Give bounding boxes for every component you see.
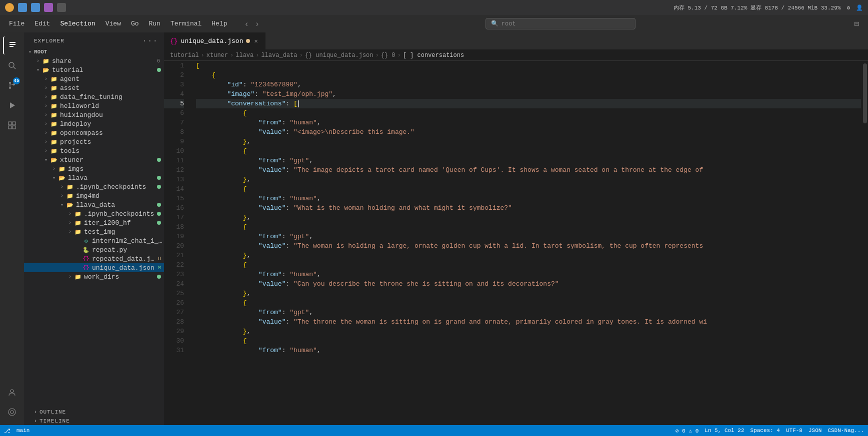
breadcrumb-xtuner[interactable]: xtuner — [206, 52, 228, 59]
tree-helloworld[interactable]: 📁 helloworld — [24, 101, 164, 110]
tree-iter-1200-hf[interactable]: 📁 iter_1200_hf — [24, 218, 164, 227]
tree-repeated-data[interactable]: {} repeated_data.json U — [24, 254, 164, 263]
nav-forward-button[interactable]: › — [253, 18, 262, 29]
activitybar: 45 — [0, 32, 24, 425]
app-icon-git[interactable] — [31, 3, 40, 12]
unique-badge: M — [158, 265, 161, 271]
run-debug-icon[interactable] — [3, 96, 21, 114]
status-errors[interactable]: ⊘ 0 ⚠ 0 — [676, 428, 698, 434]
line-num-9: 9 — [164, 137, 184, 146]
tree-ipynb-checkpoints[interactable]: 📁 .ipynb_checkpoints — [24, 182, 164, 191]
outline-arrow: › — [34, 410, 38, 415]
ipynb2-folder-icon: 📁 — [74, 210, 82, 218]
work-dirs-label: work_dirs — [84, 273, 157, 281]
breadcrumb-file[interactable]: {} unique_data.json — [305, 52, 374, 59]
menu-file[interactable]: File — [4, 18, 30, 29]
menu-terminal[interactable]: Terminal — [166, 18, 206, 29]
app-icon-blue[interactable] — [18, 3, 27, 12]
menu-go[interactable]: Go — [126, 18, 144, 29]
status-notification[interactable]: CSDN·Nag... — [828, 428, 864, 434]
breadcrumb-obj[interactable]: {} 0 — [381, 52, 396, 59]
svg-marker-8 — [10, 102, 15, 108]
breadcrumb-conversations[interactable]: [ ] conversations — [403, 52, 464, 59]
statusbar: ⎇ main ⊘ 0 ⚠ 0 Ln 5, Col 22 Spaces: 4 UT… — [0, 425, 868, 436]
explorer-icon[interactable] — [3, 36, 21, 54]
menu-view[interactable]: View — [100, 18, 126, 29]
scrollbar-thumb[interactable] — [863, 63, 867, 123]
nav-back-button[interactable]: ‹ — [242, 18, 251, 29]
tree-asset[interactable]: 📁 asset — [24, 83, 164, 92]
line-num-28: 28 — [164, 317, 184, 327]
user-icon[interactable]: 👤 — [856, 4, 863, 11]
layout-icon[interactable]: ⊟ — [854, 19, 859, 29]
menu-run[interactable]: Run — [144, 18, 165, 29]
tree-share[interactable]: 📁 share 6 — [24, 56, 164, 65]
tab-unique-data[interactable]: {} unique_data.json ✕ — [164, 32, 266, 49]
tree-internlm2-chat[interactable]: ⚙ internlm2_chat_1_8b_llava_tutorial_foo… — [24, 236, 164, 245]
tree-root[interactable]: ROOT — [24, 47, 164, 56]
menu-selection[interactable]: Selection — [55, 18, 100, 29]
tree-tutorial[interactable]: 📂 tutorial — [24, 65, 164, 74]
source-control-icon[interactable]: 45 — [3, 76, 21, 94]
app-icon-play[interactable] — [57, 3, 66, 12]
extensions-icon[interactable] — [3, 116, 21, 134]
tree-xtuner[interactable]: 📂 xtuner — [24, 155, 164, 164]
settings-icon[interactable]: ⚙ — [846, 4, 850, 11]
search-activity-icon[interactable] — [3, 56, 21, 74]
tree-lmdeploy[interactable]: 📁 lmdeploy — [24, 119, 164, 128]
timeline-section[interactable]: › TIMELINE — [24, 416, 164, 425]
tree-projects[interactable]: 📁 projects — [24, 137, 164, 146]
breadcrumb-tutorial[interactable]: tutorial — [170, 52, 199, 59]
tree-unique-data[interactable]: {} unique_data.json M — [24, 263, 164, 272]
tree-ipynb-checkpoints2[interactable]: 📁 .ipynb_checkpoints — [24, 209, 164, 218]
oc-label: opencompass — [60, 129, 164, 137]
tree-test-img[interactable]: 📁 test_img — [24, 227, 164, 236]
ipynb1-dot — [157, 185, 161, 189]
tutorial-arrow — [34, 66, 42, 74]
account-icon[interactable] — [3, 383, 21, 401]
tree-huixiangdou[interactable]: 📁 huixiangdou — [24, 110, 164, 119]
work-dirs-arrow — [66, 273, 74, 281]
tree-work-dirs[interactable]: 📁 work_dirs — [24, 272, 164, 281]
status-ln-col[interactable]: Ln 5, Col 22 — [704, 428, 744, 434]
menu-edit[interactable]: Edit — [30, 18, 55, 29]
tree-imgs[interactable]: 📁 imgs — [24, 164, 164, 173]
explorer-menu[interactable]: ··· — [142, 36, 158, 45]
tab-close-button[interactable]: ✕ — [253, 36, 258, 46]
share-arrow — [34, 57, 42, 65]
manage-icon[interactable] — [3, 403, 21, 421]
code-line-30: { — [196, 336, 861, 346]
code-editor[interactable]: [ { "id": "1234567890", "image": "test_i… — [188, 61, 861, 425]
tree-tools[interactable]: 📁 tools — [24, 146, 164, 155]
search-box[interactable]: 🔍 root — [486, 18, 636, 29]
code-line-18: { — [196, 222, 861, 232]
dft-folder-icon: 📁 — [50, 93, 58, 101]
breadcrumb: tutorial › xtuner › llava › llava_data ›… — [164, 50, 868, 61]
tree-opencompass[interactable]: 📁 opencompass — [24, 128, 164, 137]
tree-agent[interactable]: 📁 agent — [24, 74, 164, 83]
breadcrumb-llava-data[interactable]: llava_data — [261, 52, 297, 59]
status-filetype[interactable]: JSON — [808, 428, 822, 434]
breadcrumb-sep5: › — [376, 52, 379, 59]
breadcrumb-llava[interactable]: llava — [236, 52, 254, 59]
code-line-22: { — [196, 260, 861, 270]
git-branch-name[interactable]: main — [16, 428, 30, 434]
status-spaces[interactable]: Spaces: 4 — [750, 428, 780, 434]
status-encoding[interactable]: UTF-8 — [786, 428, 802, 434]
svg-rect-0 — [10, 42, 16, 43]
tree-llava[interactable]: 📂 llava — [24, 173, 164, 182]
outline-section[interactable]: › OUTLINE — [24, 407, 164, 416]
editor-scrollbar[interactable] — [861, 61, 868, 425]
tree-img4md[interactable]: 📁 img4md — [24, 191, 164, 200]
share-folder-icon: 📁 — [42, 57, 50, 65]
app-icon-orange[interactable] — [5, 3, 14, 12]
breadcrumb-sep4: › — [299, 52, 302, 59]
iter-dot — [157, 221, 161, 225]
code-line-8: "value": "<image>\nDescribe this image." — [196, 127, 861, 137]
tree-data-fine-tuning[interactable]: 📁 data_fine_tuning — [24, 92, 164, 101]
tree-repeat-py[interactable]: 🐍 repeat.py — [24, 245, 164, 254]
menu-help[interactable]: Help — [206, 18, 232, 29]
app-icon-python[interactable] — [44, 3, 53, 12]
tree-llava-data[interactable]: 📂 llava_data — [24, 200, 164, 209]
repeat-label: repeat.py — [92, 246, 164, 254]
